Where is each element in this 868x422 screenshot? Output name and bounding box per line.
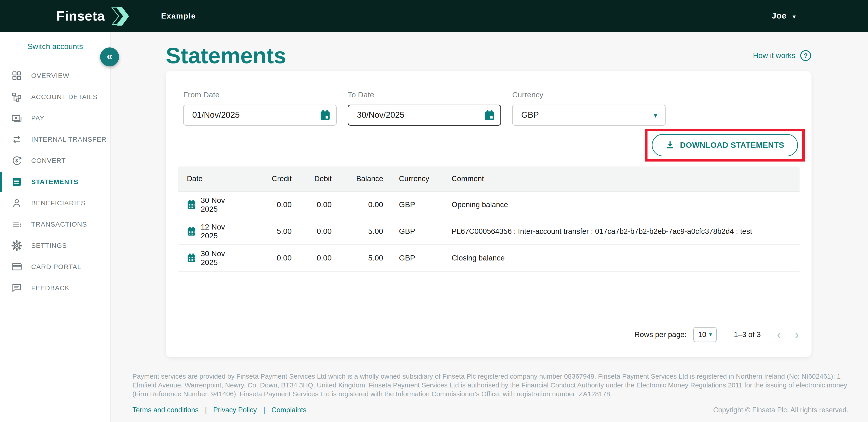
topbar: Finseta Example Joe ▾ — [0, 0, 868, 32]
sidebar-item-account-details[interactable]: ACCOUNT DETAILS — [0, 86, 111, 108]
table-row: 30 Nov 2025 0.00 0.00 5.00 GBP Closing b… — [178, 245, 800, 272]
chevron-down-icon: ▾ — [793, 13, 796, 20]
sidebar-item-label: TRANSACTIONS — [31, 220, 87, 228]
person-icon — [11, 198, 22, 209]
cell-credit: 5.00 — [243, 227, 292, 236]
cell-comment: PL67C000564356 : Inter-account transfer … — [436, 227, 800, 236]
from-date-label: From Date — [183, 90, 337, 99]
sidebar-item-convert[interactable]: $ CONVERT — [0, 150, 111, 171]
sidebar: Switch accounts « OVERVIEW ACCOUNT DETAI… — [0, 32, 111, 422]
sidebar-item-label: FEEDBACK — [31, 284, 70, 292]
column-header-credit: Credit — [243, 174, 292, 183]
sidebar-item-pay[interactable]: PAY — [0, 108, 111, 129]
column-header-comment: Comment — [436, 174, 800, 183]
calendar-icon — [187, 253, 196, 263]
list-icon — [11, 219, 22, 230]
from-date-calendar-button[interactable] — [320, 110, 330, 120]
sidebar-item-feedback[interactable]: FEEDBACK — [0, 277, 111, 299]
calendar-icon — [187, 227, 196, 236]
finseta-chevrons-icon — [107, 6, 129, 26]
credit-card-icon — [11, 261, 22, 272]
previous-page-button[interactable]: ‹ — [777, 329, 781, 340]
sidebar-item-overview[interactable]: OVERVIEW — [0, 65, 111, 86]
statement-document-icon — [11, 176, 22, 187]
pagination-range-label: 1–3 of 3 — [734, 330, 761, 339]
hierarchy-icon — [11, 91, 22, 102]
cell-credit: 0.00 — [243, 253, 292, 262]
page-head: Statements How it works ? — [166, 42, 811, 69]
annotation-highlight-box: DOWNLOAD STATEMENTS — [645, 129, 805, 161]
sidebar-nav: OVERVIEW ACCOUNT DETAILS PAY INTERNAL TR… — [0, 65, 111, 299]
column-header-currency: Currency — [383, 174, 436, 183]
main-content: Statements How it works ? From Date — [112, 32, 868, 422]
sidebar-item-label: OVERVIEW — [31, 72, 69, 80]
sidebar-item-label: CARD PORTAL — [31, 263, 81, 271]
cell-currency: GBP — [383, 227, 436, 236]
transfer-arrows-icon — [11, 134, 22, 145]
sidebar-divider — [0, 60, 111, 60]
complaints-link[interactable]: Complaints — [272, 406, 307, 414]
from-date-input[interactable] — [183, 104, 337, 126]
download-icon — [665, 141, 675, 150]
user-menu[interactable]: Joe ▾ — [772, 11, 796, 21]
to-date-calendar-button[interactable] — [485, 110, 495, 120]
gear-icon — [11, 240, 22, 251]
collapse-chevrons-icon: « — [106, 51, 113, 61]
terms-link[interactable]: Terms and conditions — [132, 406, 198, 414]
calendar-icon — [187, 200, 196, 209]
sidebar-item-label: STATEMENTS — [31, 178, 79, 186]
switch-accounts-button[interactable]: Switch accounts — [0, 32, 111, 60]
download-statements-button[interactable]: DOWNLOAD STATEMENTS — [652, 134, 798, 156]
cell-date: 30 Nov 2025 — [200, 196, 243, 213]
sidebar-item-internal-transfer[interactable]: INTERNAL TRANSFER — [0, 129, 111, 150]
brand-name: Finseta — [57, 8, 105, 24]
legal-text: Payment services are provided by Finseta… — [132, 372, 848, 398]
cell-debit: 0.00 — [292, 200, 332, 209]
workspace-label: Example — [161, 11, 196, 20]
cell-balance: 0.00 — [332, 200, 383, 209]
privacy-policy-link[interactable]: Privacy Policy — [213, 406, 257, 414]
svg-text:$: $ — [16, 158, 18, 163]
table-row: 30 Nov 2025 0.00 0.00 0.00 GBP Opening b… — [178, 191, 800, 218]
rows-per-page-label: Rows per page: — [634, 330, 687, 339]
sidebar-item-label: ACCOUNT DETAILS — [31, 93, 98, 101]
currency-select[interactable]: GBP ▾ — [512, 104, 665, 126]
pagination: Rows per page: 10 ▾ 1–3 of 3 ‹ › — [166, 327, 811, 342]
to-date-field: To Date — [348, 90, 501, 126]
next-page-button[interactable]: › — [795, 329, 799, 340]
question-mark-icon: ? — [800, 50, 811, 61]
rows-per-page-value: 10 — [698, 330, 707, 339]
cell-date: 30 Nov 2025 — [200, 249, 243, 267]
sidebar-item-statements[interactable]: STATEMENTS — [0, 171, 111, 192]
cell-currency: GBP — [383, 200, 436, 209]
sidebar-item-settings[interactable]: SETTINGS — [0, 235, 111, 256]
how-it-works-label: How it works — [753, 51, 795, 60]
copyright-text: Copyright © Finseta Plc. All rights rese… — [713, 406, 848, 414]
rows-per-page-select[interactable]: 10 ▾ — [693, 327, 717, 342]
table-empty-space — [178, 272, 800, 318]
sidebar-item-beneficiaries[interactable]: BENEFICIARIES — [0, 192, 111, 214]
currency-convert-icon: $ — [11, 155, 22, 166]
cell-comment: Opening balance — [436, 200, 800, 209]
cell-comment: Closing balance — [436, 254, 800, 262]
cell-balance: 5.00 — [332, 227, 383, 236]
collapse-sidebar-button[interactable]: « — [100, 48, 119, 66]
footer-links-row: Terms and conditions | Privacy Policy | … — [132, 406, 848, 415]
user-name: Joe — [772, 11, 787, 21]
how-it-works-link[interactable]: How it works ? — [753, 50, 811, 61]
sidebar-item-label: PAY — [31, 114, 44, 122]
sidebar-item-label: BENEFICIARIES — [31, 199, 86, 207]
banknote-icon — [11, 113, 22, 124]
brand-logo[interactable]: Finseta — [57, 5, 129, 26]
page-title: Statements — [166, 42, 286, 69]
to-date-input[interactable] — [348, 104, 501, 126]
cell-debit: 0.00 — [292, 253, 332, 262]
table-header-row: Date Credit Debit Balance Currency Comme… — [178, 167, 800, 191]
footer: Payment services are provided by Finseta… — [132, 372, 848, 415]
currency-label: Currency — [512, 90, 665, 99]
currency-value: GBP — [521, 110, 539, 120]
download-row: DOWNLOAD STATEMENTS — [166, 129, 811, 162]
sidebar-item-card-portal[interactable]: CARD PORTAL — [0, 256, 111, 277]
sidebar-item-transactions[interactable]: TRANSACTIONS — [0, 214, 111, 235]
statements-table: Date Credit Debit Balance Currency Comme… — [178, 167, 800, 318]
